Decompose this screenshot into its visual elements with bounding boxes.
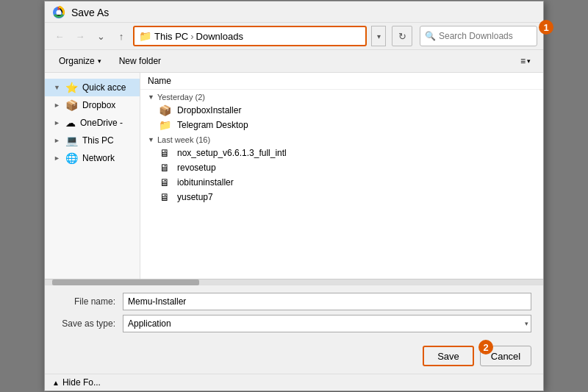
group-arrow-lastweek: ▼ (148, 136, 154, 143)
file-name-yusetup: yusetup7 (177, 192, 213, 202)
expand-arrow-dropbox: ► (54, 101, 61, 109)
dropbox-installer-icon: 📦 (158, 104, 171, 116)
sidebar-item-label-dropbox: Dropbox (82, 100, 115, 110)
address-breadcrumb: This PC › Downloads (154, 31, 243, 42)
iobit-icon: 🖥 (158, 177, 171, 188)
expand-arrow-thispc: ► (54, 137, 61, 144)
thispc-icon: 💻 (65, 135, 78, 146)
organize-label: Organize (59, 56, 95, 66)
savetype-label: Save as type: (57, 318, 123, 329)
sidebar-item-label-onedrive: OneDrive - (80, 118, 123, 128)
sidebar-item-label-quickaccess: Quick acce (82, 82, 126, 93)
savetype-select-wrapper: Application ▾ (123, 315, 531, 332)
file-name-telegram: Telegram Desktop (177, 120, 248, 130)
annotation-badge-1: 1 (539, 20, 553, 35)
telegram-folder-icon: 📁 (158, 119, 171, 131)
expand-arrow-network: ► (54, 154, 61, 162)
action-row: Save 2 Cancel (45, 341, 543, 374)
title-bar: Save As (45, 1, 543, 23)
filename-input[interactable] (123, 293, 531, 310)
breadcrumb-downloads[interactable]: Downloads (196, 31, 243, 42)
list-item[interactable]: 🖥 iobituninstaller (140, 175, 543, 190)
search-box: 🔍 (420, 26, 537, 46)
onedrive-icon: ☁ (65, 117, 76, 129)
breadcrumb-thispc[interactable]: This PC (154, 31, 188, 42)
file-list: Name ▼ Yesterday (2) 📦 DropboxInstaller … (140, 73, 543, 279)
sidebar-item-network[interactable]: ► 🌐 Network (45, 149, 140, 167)
nav-bar: ← → ⌄ ↑ 📁 This PC › Downloads 1 ▾ ↻ 🔍 (45, 23, 543, 50)
new-folder-label: New folder (119, 56, 161, 66)
toolbar: Organize ▾ New folder ≡ ▾ (45, 50, 543, 73)
list-item[interactable]: 🖥 nox_setup_v6.6.1.3_full_intl (140, 146, 543, 160)
sidebar-item-onedrive[interactable]: ► ☁ OneDrive - (45, 114, 140, 132)
horizontal-scrollbar[interactable] (45, 279, 543, 285)
file-name-revo: revosetup (177, 163, 216, 173)
new-folder-button[interactable]: New folder (112, 53, 168, 69)
save-label: Save (437, 351, 459, 362)
network-icon: 🌐 (65, 152, 78, 164)
footer-bar[interactable]: ▲ Hide Fo... (45, 374, 543, 391)
breadcrumb-separator: › (190, 31, 193, 42)
sidebar-item-label-thispc: This PC (82, 135, 114, 146)
main-content: ▼ ⭐ Quick acce ► 📦 Dropbox ► ☁ OneDrive … (45, 73, 543, 279)
sidebar-item-quickaccess[interactable]: ▼ ⭐ Quick acce (45, 79, 140, 96)
savetype-row: Save as type: Application ▾ (57, 315, 531, 332)
revo-icon: 🖥 (158, 162, 171, 174)
sidebar: ▼ ⭐ Quick acce ► 📦 Dropbox ► ☁ OneDrive … (45, 73, 140, 279)
savetype-select[interactable]: Application (123, 315, 531, 332)
sidebar-item-dropbox[interactable]: ► 📦 Dropbox (45, 96, 140, 114)
filename-row: File name: (57, 293, 531, 310)
quickaccess-icon: ⭐ (65, 82, 78, 93)
address-dropdown-button[interactable]: ▾ (371, 26, 386, 46)
search-icon: 🔍 (425, 31, 436, 41)
refresh-button[interactable]: ↻ (392, 26, 412, 46)
save-button[interactable]: Save (423, 346, 474, 366)
group-label-yesterday: Yesterday (2) (157, 93, 205, 101)
expand-arrow-onedrive: ► (54, 119, 61, 126)
file-name-nox: nox_setup_v6.6.1.3_full_intl (177, 148, 287, 158)
list-item[interactable]: 📁 Telegram Desktop (140, 118, 543, 132)
forward-button[interactable]: → (71, 27, 89, 45)
date-group-lastweek[interactable]: ▼ Last week (16) (140, 134, 543, 146)
folder-icon: 📁 (139, 30, 151, 42)
filename-label: File name: (57, 296, 123, 307)
group-arrow-yesterday: ▼ (148, 93, 154, 101)
footer-expand-icon: ▲ (52, 379, 60, 387)
svg-point-1 (57, 10, 62, 15)
up-button[interactable]: ↑ (112, 27, 130, 45)
list-item[interactable]: 🖥 yusetup7 (140, 190, 543, 204)
scrollbar-thumb[interactable] (52, 279, 199, 285)
nox-icon: 🖥 (158, 147, 171, 159)
recent-locations-button[interactable]: ⌄ (92, 27, 110, 45)
dropbox-icon: 📦 (65, 99, 78, 111)
organize-dropdown-icon: ▾ (98, 57, 101, 65)
group-label-lastweek: Last week (16) (157, 135, 210, 144)
file-name-iobit: iobituninstaller (177, 177, 234, 188)
sidebar-item-thispc[interactable]: ► 💻 This PC (45, 132, 140, 149)
search-input[interactable] (439, 31, 532, 41)
dialog-title: Save As (71, 7, 109, 18)
date-group-yesterday[interactable]: ▼ Yesterday (2) (140, 91, 543, 103)
cancel-label: Cancel (491, 351, 520, 362)
yusetup-icon: 🖥 (158, 191, 171, 203)
chrome-icon (52, 6, 65, 19)
address-bar[interactable]: 📁 This PC › Downloads (133, 26, 367, 46)
organize-button[interactable]: Organize ▾ (52, 53, 108, 69)
file-name-dropboxinstaller: DropboxInstaller (177, 105, 241, 115)
view-dropdown-icon: ▾ (527, 57, 531, 65)
sidebar-item-label-network: Network (82, 153, 115, 163)
list-item[interactable]: 📦 DropboxInstaller (140, 103, 543, 118)
back-button[interactable]: ← (51, 27, 68, 45)
annotation-badge-2: 2 (478, 340, 493, 354)
view-button[interactable]: ≡ ▾ (515, 53, 536, 69)
list-item[interactable]: 🖥 revosetup (140, 160, 543, 175)
file-list-header: Name (140, 73, 543, 90)
bottom-fields: File name: Save as type: Application ▾ (45, 285, 543, 341)
expand-arrow-quickaccess: ▼ (54, 84, 61, 91)
view-icon: ≡ (520, 56, 526, 66)
footer-label: Hide Fo... (62, 377, 101, 388)
save-as-dialog: Save As ← → ⌄ ↑ 📁 This PC › Downloads 1 … (44, 1, 544, 391)
